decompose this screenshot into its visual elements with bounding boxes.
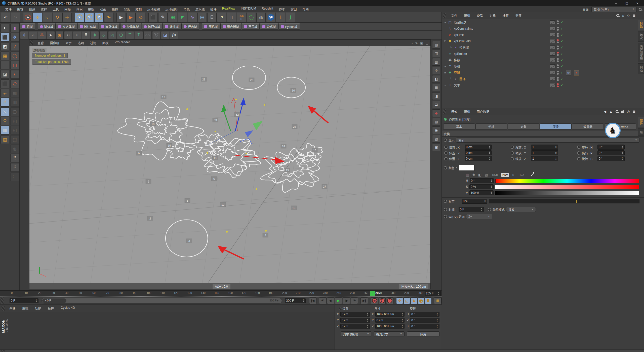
d2-icon[interactable]: ▥: [10, 98, 19, 107]
tree-widget[interactable]: ⊟: [443, 71, 448, 74]
field-button-圆环体域[interactable]: 圆环体域: [142, 23, 163, 30]
layout-select[interactable]: 启动 (用户)▼: [591, 6, 637, 12]
spinner[interactable]: ▲▼: [367, 325, 369, 328]
edges-mode-icon[interactable]: ◪: [1, 70, 9, 79]
channel-slider[interactable]: [495, 179, 639, 183]
visibility-toggle[interactable]: [550, 77, 555, 81]
enabled-check[interactable]: ✓: [560, 52, 563, 56]
menu-item-21[interactable]: 窗口: [288, 7, 300, 12]
search-icon[interactable]: [639, 8, 641, 11]
editor-dot[interactable]: [557, 71, 559, 72]
key-rotation-toggle[interactable]: ↻: [411, 297, 417, 304]
visibility-toggle[interactable]: [550, 27, 555, 30]
cm-mode-select[interactable]: 对象 (相对)▼: [341, 331, 371, 336]
spinner[interactable]: ▲▼: [436, 325, 438, 328]
enabled-check[interactable]: ✓: [560, 39, 563, 43]
channel-slider[interactable]: [495, 185, 639, 189]
spinner[interactable]: ▲▼: [621, 151, 623, 155]
right-tab-对象[interactable]: 对象: [638, 20, 644, 30]
spinner[interactable]: ▲▼: [621, 157, 623, 160]
am-search-icon[interactable]: [616, 110, 618, 113]
texture-mode-icon[interactable]: ◩: [1, 42, 9, 51]
render-dot[interactable]: [557, 73, 559, 75]
menu-item-1[interactable]: 编辑: [14, 7, 26, 12]
character-icon[interactable]: ʃ: [286, 13, 295, 22]
d1-icon[interactable]: ▩: [10, 89, 19, 97]
psr-zero-icon[interactable]: PSR0: [237, 13, 246, 22]
object-row-圆环[interactable]: └○圆环✓: [442, 76, 635, 82]
spinner[interactable]: ▲▼: [401, 319, 403, 322]
cm-position-field[interactable]: 0 cm▲▼: [340, 324, 370, 329]
axis-lock-z-icon[interactable]: Z: [94, 13, 104, 22]
object-row-xpLimit[interactable]: −⊘xpLimit✓: [442, 32, 635, 38]
editor-dot[interactable]: [557, 20, 559, 22]
rotate-icon[interactable]: ↻: [53, 13, 62, 22]
menu-item-15[interactable]: 流水线: [192, 7, 208, 12]
add-cube-icon[interactable]: ⬛: [148, 13, 158, 22]
channel-slider[interactable]: [495, 191, 639, 195]
panel-grip[interactable]: [443, 13, 446, 18]
d5-icon[interactable]: ◱: [10, 126, 19, 135]
field-button-组域[interactable]: 组域: [20, 23, 35, 30]
cursor-dots-icon[interactable]: ➤: [47, 31, 55, 39]
state-dots[interactable]: [557, 27, 559, 31]
am-new-icon[interactable]: ⊞: [633, 110, 635, 113]
d3-icon[interactable]: ▢: [10, 107, 19, 116]
field-button-圆柱体域[interactable]: 圆柱体域: [77, 23, 98, 30]
menu-item-0[interactable]: 文件: [3, 7, 14, 12]
spinner[interactable]: ▲▼: [555, 157, 557, 160]
cm-size-mode-select[interactable]: 绝对尺寸▼: [374, 331, 404, 336]
viewport-menu-6[interactable]: ProRender: [112, 40, 133, 45]
display-select[interactable]: 索引▼: [456, 138, 639, 143]
coord-field[interactable]: 0 °▲▼: [597, 145, 625, 150]
enabled-check[interactable]: ✓: [560, 64, 563, 68]
render-dot[interactable]: [557, 60, 559, 62]
spinner[interactable]: ▲▼: [555, 145, 557, 149]
matrix-icon[interactable]: ◇: [99, 31, 108, 39]
spinner[interactable]: ▲▼: [489, 151, 491, 155]
current-frame-field[interactable]: 265 F▲▼: [425, 291, 441, 296]
time-field[interactable]: 0 F▲▼: [459, 207, 484, 212]
menu-item-12[interactable]: 运动跟踪: [144, 7, 163, 12]
am-lock-icon[interactable]: [621, 111, 624, 113]
d6-icon[interactable]: ⬚: [10, 135, 19, 144]
viewport-menu-2[interactable]: 显示: [62, 40, 75, 45]
color-mode-HSV[interactable]: HSV: [501, 173, 509, 177]
menu-item-9[interactable]: 模拟: [109, 7, 121, 12]
side-strip-icon-7[interactable]: ⬓: [432, 101, 440, 108]
editor-dot[interactable]: [557, 58, 559, 60]
dots-b-icon[interactable]: ⠛: [10, 163, 19, 172]
cloner-star-icon[interactable]: ❋: [91, 31, 99, 39]
xp-target-icon[interactable]: ◉: [55, 31, 64, 39]
viewport-camera-label[interactable]: 透视视图: [32, 48, 47, 53]
cm-rotation-field[interactable]: 0 °▲▼: [410, 312, 439, 317]
state-dots[interactable]: [557, 64, 559, 68]
panel-grip[interactable]: [443, 109, 446, 114]
coord-field[interactable]: 1▲▼: [531, 156, 558, 161]
enabled-check[interactable]: ✓: [560, 83, 563, 87]
coord-field[interactable]: 0 cm▲▼: [465, 145, 492, 150]
menu-item-17[interactable]: RealFlow: [219, 7, 238, 12]
field-button-声音域[interactable]: 声音域: [242, 23, 260, 30]
anim-mode-select[interactable]: 播放▼: [506, 207, 536, 212]
viewport-sync-icon[interactable]: ⇅: [415, 41, 418, 45]
enabled-check[interactable]: ✓: [560, 77, 563, 81]
param-radio[interactable]: [444, 146, 448, 149]
weight-field[interactable]: 0 %▲▼: [462, 199, 487, 204]
attribute-tab-基本[interactable]: 基本: [443, 123, 475, 129]
scale-icon[interactable]: ◱: [43, 13, 52, 22]
editor-dot[interactable]: [557, 83, 559, 85]
spinner[interactable]: ▲▼: [491, 179, 493, 183]
object-toggles[interactable]: ✓: [550, 33, 563, 37]
key-pla-toggle[interactable]: ⠿: [425, 297, 432, 304]
state-dots[interactable]: [557, 71, 559, 75]
state-dots[interactable]: [557, 58, 559, 62]
slider-thumb[interactable]: ◂ 0 F: [42, 298, 66, 303]
render-view-icon[interactable]: ▶: [116, 13, 126, 22]
attribute-tab-对象[interactable]: 对象: [508, 123, 539, 129]
visibility-toggle[interactable]: [550, 46, 555, 49]
side-strip-icon-11[interactable]: ▨: [432, 135, 440, 143]
field-button-公式域[interactable]: 公式域: [260, 23, 278, 30]
visibility-toggle[interactable]: [550, 39, 555, 43]
enabled-check[interactable]: ✓: [560, 46, 563, 50]
